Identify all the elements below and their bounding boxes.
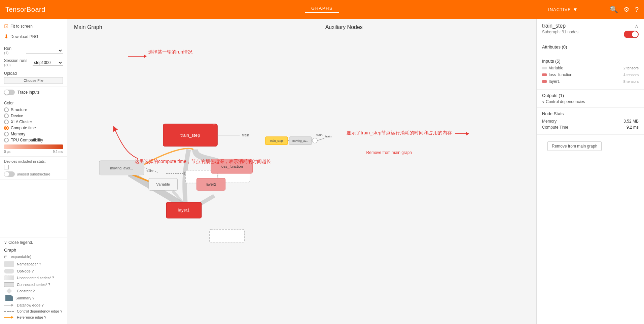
fit-to-screen-button[interactable]: ⊡ Fit to screen — [4, 22, 63, 31]
rp-node-subtitle: Subgraph: 91 nodes — [542, 30, 578, 34]
rp-layer1-label: layer1 — [549, 79, 560, 84]
main-graph-title: Main Graph — [74, 24, 102, 30]
unused-toggle[interactable] — [4, 171, 15, 177]
nav-dropdown-icon[interactable]: ▾ — [574, 6, 577, 13]
rp-toggle-knob — [632, 31, 638, 37]
color-option-compute[interactable]: Compute time — [4, 126, 63, 130]
rp-input-variable: Variable 2 tensors — [542, 66, 639, 70]
graph-svg: train_step + train loss_function moving_… — [67, 36, 419, 324]
legend-constant-label: Constant ? — [17, 289, 35, 293]
radio-structure-label: Structure — [11, 107, 27, 112]
radio-device-label: Device — [11, 114, 23, 118]
rp-outputs-title: Outputs (1) — [542, 93, 639, 98]
right-panel: train_step Subgraph: 91 nodes ∧ Attribut… — [536, 19, 644, 324]
rp-input-variable-name: Variable — [542, 66, 563, 70]
radio-compute-dot — [5, 127, 7, 129]
color-option-memory[interactable]: Memory — [4, 132, 63, 136]
download-png-button[interactable]: ⬇ Download PNG — [4, 32, 63, 41]
choose-file-button[interactable]: Choose File — [4, 77, 63, 84]
radio-structure — [4, 107, 9, 112]
legend-namespace: Namespace* ? — [4, 261, 63, 267]
topbar-icons: 🔍 ⚙ ? — [610, 5, 639, 13]
fit-icon: ⊡ — [4, 23, 8, 29]
left-sidebar: ⊡ Fit to screen ⬇ Download PNG Run (1) S… — [0, 19, 67, 324]
toolbar-section: ⊡ Fit to screen ⬇ Download PNG — [0, 19, 67, 44]
legend-dataflow: Dataflow edge ? — [4, 303, 63, 307]
svg-rect-3 — [209, 229, 244, 242]
legend-opnode: OpNode ? — [4, 269, 63, 273]
rp-memory-value: 3.52 MB — [623, 119, 639, 124]
download-icon: ⬇ — [4, 33, 8, 40]
session-row: Session runs (30) step1000 — [0, 57, 67, 68]
svg-text:layer2: layer2 — [206, 182, 216, 186]
rp-input-layer1: layer1 8 tensors — [542, 79, 639, 84]
legend-expandable-note: (* = expandable) — [4, 255, 63, 259]
legend-reference-label: Reference edge ? — [17, 315, 46, 319]
gradient-bar — [4, 144, 63, 149]
rp-inputs-title: Inputs (5) — [542, 59, 639, 64]
run-label: Run (1) — [4, 46, 11, 55]
legend-unconnected-shape — [4, 276, 14, 280]
svg-point-26 — [312, 138, 317, 143]
legend-summary: Summary ? — [4, 295, 63, 301]
nav-graphs-label[interactable]: GRAPHS — [311, 6, 333, 11]
session-label: Session runs (30) — [4, 58, 27, 67]
legend-dataflow-label: Dataflow edge ? — [17, 303, 44, 307]
radio-memory — [4, 132, 9, 136]
rp-input-layer1-name: layer1 — [542, 79, 560, 84]
chevron-down-icon: ∨ — [4, 240, 7, 245]
svg-text:Variable: Variable — [156, 182, 170, 186]
run-select[interactable] — [26, 48, 63, 54]
nav-center: GRAPHS — [305, 6, 339, 13]
rp-variable-color — [542, 67, 547, 69]
rp-outputs-section: Outputs (1) ∨ Control dependencies — [537, 90, 644, 108]
svg-text:train: train — [316, 133, 322, 137]
remove-from-main-graph-button[interactable]: Remove from main graph — [547, 141, 602, 151]
unused-toggle-knob — [4, 172, 9, 176]
devices-label: Devices included in stats: — [4, 159, 63, 163]
rp-variable-value: 2 tensors — [623, 66, 639, 70]
legend-control-dep-label: Control dependency edge ? — [17, 309, 62, 313]
graph-canvas[interactable]: train_step + train loss_function moving_… — [67, 36, 419, 324]
devices-checkbox[interactable] — [4, 165, 9, 169]
search-icon[interactable]: 🔍 — [610, 5, 618, 13]
rp-attributes-section: Attributes (0) — [537, 41, 644, 55]
devices-check-row — [4, 165, 63, 169]
legend-connected-shape — [4, 282, 14, 287]
devices-section: Devices included in stats: unused substr… — [0, 157, 67, 180]
color-option-xla[interactable]: XLA Cluster — [4, 120, 63, 124]
settings-icon[interactable]: ⚙ — [623, 5, 630, 13]
rp-input-loss-name: loss_function — [542, 72, 572, 77]
color-option-device[interactable]: Device — [4, 114, 63, 118]
legend-namespace-label: Namespace* ? — [17, 262, 41, 266]
session-select[interactable]: step1000 — [33, 60, 63, 66]
main-layout: ⊡ Fit to screen ⬇ Download PNG Run (1) S… — [0, 19, 644, 324]
rp-header-right: ∧ — [624, 23, 639, 38]
nav-underline — [305, 12, 339, 13]
svg-text:train: train — [242, 133, 249, 137]
color-option-tpu[interactable]: TPU Compatibility — [4, 138, 63, 142]
legend-reference: Reference edge ? — [4, 315, 63, 319]
gradient-min: 0 μs — [4, 150, 10, 154]
radio-memory-label: Memory — [11, 132, 25, 136]
rp-control-dep[interactable]: ∨ Control dependencies — [542, 99, 639, 104]
rp-loss-color — [542, 73, 547, 76]
close-legend-button[interactable]: ∨ Close legend. — [4, 240, 63, 245]
svg-text:train: train — [146, 169, 152, 172]
nav-status-label: INACTIVE — [548, 7, 571, 12]
radio-compute — [4, 126, 9, 130]
legend-unconnected-series: Unconnected series* ? — [4, 276, 63, 280]
rp-collapse-icon[interactable]: ∧ — [635, 23, 639, 29]
rp-chevron-icon: ∨ — [542, 100, 544, 104]
help-icon[interactable]: ? — [635, 6, 639, 13]
color-option-structure[interactable]: Structure — [4, 107, 63, 112]
rp-node-stats: Node Stats Memory 3.52 MB Compute Time 9… — [537, 108, 644, 135]
rp-compute-label: Compute Time — [542, 125, 568, 130]
legend-control-dep-shape — [4, 311, 14, 312]
trace-toggle[interactable] — [4, 90, 15, 95]
run-row: Run (1) — [0, 44, 67, 57]
legend-reference-shape — [4, 316, 14, 319]
rp-active-toggle[interactable] — [624, 31, 639, 38]
topbar: TensorBoard GRAPHS INACTIVE ▾ 🔍 ⚙ ? — [0, 0, 644, 19]
rp-control-dep-label: Control dependencies — [546, 99, 585, 104]
